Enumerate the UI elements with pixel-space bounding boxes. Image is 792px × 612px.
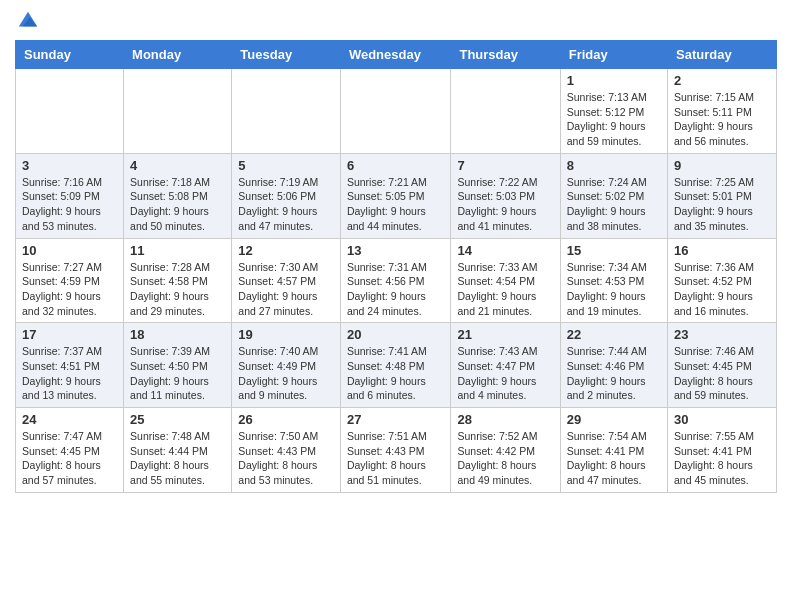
day-info: Sunrise: 7:55 AM Sunset: 4:41 PM Dayligh… (674, 429, 770, 488)
day-cell: 13Sunrise: 7:31 AM Sunset: 4:56 PM Dayli… (340, 238, 451, 323)
day-cell: 18Sunrise: 7:39 AM Sunset: 4:50 PM Dayli… (124, 323, 232, 408)
day-cell: 4Sunrise: 7:18 AM Sunset: 5:08 PM Daylig… (124, 153, 232, 238)
day-cell: 7Sunrise: 7:22 AM Sunset: 5:03 PM Daylig… (451, 153, 560, 238)
day-number: 12 (238, 243, 334, 258)
day-cell: 12Sunrise: 7:30 AM Sunset: 4:57 PM Dayli… (232, 238, 341, 323)
day-number: 11 (130, 243, 225, 258)
day-cell (232, 69, 341, 154)
day-info: Sunrise: 7:15 AM Sunset: 5:11 PM Dayligh… (674, 90, 770, 149)
day-number: 21 (457, 327, 553, 342)
calendar: Sunday Monday Tuesday Wednesday Thursday… (15, 40, 777, 493)
day-cell: 8Sunrise: 7:24 AM Sunset: 5:02 PM Daylig… (560, 153, 667, 238)
day-info: Sunrise: 7:16 AM Sunset: 5:09 PM Dayligh… (22, 175, 117, 234)
day-number: 22 (567, 327, 661, 342)
day-cell: 11Sunrise: 7:28 AM Sunset: 4:58 PM Dayli… (124, 238, 232, 323)
calendar-body: 1Sunrise: 7:13 AM Sunset: 5:12 PM Daylig… (16, 69, 777, 493)
day-cell: 21Sunrise: 7:43 AM Sunset: 4:47 PM Dayli… (451, 323, 560, 408)
day-cell: 27Sunrise: 7:51 AM Sunset: 4:43 PM Dayli… (340, 408, 451, 493)
week-row-3: 10Sunrise: 7:27 AM Sunset: 4:59 PM Dayli… (16, 238, 777, 323)
day-cell: 6Sunrise: 7:21 AM Sunset: 5:05 PM Daylig… (340, 153, 451, 238)
day-cell: 24Sunrise: 7:47 AM Sunset: 4:45 PM Dayli… (16, 408, 124, 493)
day-number: 6 (347, 158, 445, 173)
col-wednesday: Wednesday (340, 41, 451, 69)
day-cell: 26Sunrise: 7:50 AM Sunset: 4:43 PM Dayli… (232, 408, 341, 493)
day-cell: 22Sunrise: 7:44 AM Sunset: 4:46 PM Dayli… (560, 323, 667, 408)
day-cell: 2Sunrise: 7:15 AM Sunset: 5:11 PM Daylig… (668, 69, 777, 154)
day-number: 3 (22, 158, 117, 173)
day-info: Sunrise: 7:54 AM Sunset: 4:41 PM Dayligh… (567, 429, 661, 488)
day-number: 7 (457, 158, 553, 173)
day-number: 28 (457, 412, 553, 427)
day-info: Sunrise: 7:37 AM Sunset: 4:51 PM Dayligh… (22, 344, 117, 403)
day-cell: 1Sunrise: 7:13 AM Sunset: 5:12 PM Daylig… (560, 69, 667, 154)
day-number: 26 (238, 412, 334, 427)
day-info: Sunrise: 7:19 AM Sunset: 5:06 PM Dayligh… (238, 175, 334, 234)
day-number: 10 (22, 243, 117, 258)
day-number: 1 (567, 73, 661, 88)
day-info: Sunrise: 7:22 AM Sunset: 5:03 PM Dayligh… (457, 175, 553, 234)
day-cell: 29Sunrise: 7:54 AM Sunset: 4:41 PM Dayli… (560, 408, 667, 493)
day-info: Sunrise: 7:33 AM Sunset: 4:54 PM Dayligh… (457, 260, 553, 319)
day-info: Sunrise: 7:51 AM Sunset: 4:43 PM Dayligh… (347, 429, 445, 488)
day-number: 2 (674, 73, 770, 88)
day-info: Sunrise: 7:50 AM Sunset: 4:43 PM Dayligh… (238, 429, 334, 488)
day-cell: 5Sunrise: 7:19 AM Sunset: 5:06 PM Daylig… (232, 153, 341, 238)
col-saturday: Saturday (668, 41, 777, 69)
day-number: 30 (674, 412, 770, 427)
day-info: Sunrise: 7:48 AM Sunset: 4:44 PM Dayligh… (130, 429, 225, 488)
day-number: 14 (457, 243, 553, 258)
day-info: Sunrise: 7:41 AM Sunset: 4:48 PM Dayligh… (347, 344, 445, 403)
day-cell: 25Sunrise: 7:48 AM Sunset: 4:44 PM Dayli… (124, 408, 232, 493)
day-info: Sunrise: 7:21 AM Sunset: 5:05 PM Dayligh… (347, 175, 445, 234)
day-info: Sunrise: 7:25 AM Sunset: 5:01 PM Dayligh… (674, 175, 770, 234)
day-info: Sunrise: 7:43 AM Sunset: 4:47 PM Dayligh… (457, 344, 553, 403)
day-cell: 16Sunrise: 7:36 AM Sunset: 4:52 PM Dayli… (668, 238, 777, 323)
day-number: 25 (130, 412, 225, 427)
day-number: 9 (674, 158, 770, 173)
week-row-5: 24Sunrise: 7:47 AM Sunset: 4:45 PM Dayli… (16, 408, 777, 493)
week-row-1: 1Sunrise: 7:13 AM Sunset: 5:12 PM Daylig… (16, 69, 777, 154)
day-number: 29 (567, 412, 661, 427)
day-info: Sunrise: 7:13 AM Sunset: 5:12 PM Dayligh… (567, 90, 661, 149)
col-friday: Friday (560, 41, 667, 69)
day-cell (340, 69, 451, 154)
day-cell (451, 69, 560, 154)
day-cell: 19Sunrise: 7:40 AM Sunset: 4:49 PM Dayli… (232, 323, 341, 408)
day-info: Sunrise: 7:24 AM Sunset: 5:02 PM Dayligh… (567, 175, 661, 234)
day-cell: 15Sunrise: 7:34 AM Sunset: 4:53 PM Dayli… (560, 238, 667, 323)
day-number: 15 (567, 243, 661, 258)
day-info: Sunrise: 7:31 AM Sunset: 4:56 PM Dayligh… (347, 260, 445, 319)
day-number: 8 (567, 158, 661, 173)
day-info: Sunrise: 7:40 AM Sunset: 4:49 PM Dayligh… (238, 344, 334, 403)
day-number: 17 (22, 327, 117, 342)
day-number: 18 (130, 327, 225, 342)
day-cell: 23Sunrise: 7:46 AM Sunset: 4:45 PM Dayli… (668, 323, 777, 408)
day-cell: 30Sunrise: 7:55 AM Sunset: 4:41 PM Dayli… (668, 408, 777, 493)
week-row-4: 17Sunrise: 7:37 AM Sunset: 4:51 PM Dayli… (16, 323, 777, 408)
day-cell: 14Sunrise: 7:33 AM Sunset: 4:54 PM Dayli… (451, 238, 560, 323)
day-number: 4 (130, 158, 225, 173)
col-tuesday: Tuesday (232, 41, 341, 69)
day-info: Sunrise: 7:52 AM Sunset: 4:42 PM Dayligh… (457, 429, 553, 488)
day-number: 19 (238, 327, 334, 342)
weekday-row: Sunday Monday Tuesday Wednesday Thursday… (16, 41, 777, 69)
day-info: Sunrise: 7:47 AM Sunset: 4:45 PM Dayligh… (22, 429, 117, 488)
day-number: 27 (347, 412, 445, 427)
day-info: Sunrise: 7:28 AM Sunset: 4:58 PM Dayligh… (130, 260, 225, 319)
day-number: 5 (238, 158, 334, 173)
calendar-header: Sunday Monday Tuesday Wednesday Thursday… (16, 41, 777, 69)
day-cell: 10Sunrise: 7:27 AM Sunset: 4:59 PM Dayli… (16, 238, 124, 323)
day-info: Sunrise: 7:27 AM Sunset: 4:59 PM Dayligh… (22, 260, 117, 319)
day-number: 16 (674, 243, 770, 258)
day-number: 13 (347, 243, 445, 258)
col-sunday: Sunday (16, 41, 124, 69)
day-info: Sunrise: 7:46 AM Sunset: 4:45 PM Dayligh… (674, 344, 770, 403)
day-info: Sunrise: 7:34 AM Sunset: 4:53 PM Dayligh… (567, 260, 661, 319)
col-monday: Monday (124, 41, 232, 69)
header (15, 10, 777, 32)
day-cell (16, 69, 124, 154)
day-number: 23 (674, 327, 770, 342)
day-cell: 28Sunrise: 7:52 AM Sunset: 4:42 PM Dayli… (451, 408, 560, 493)
day-cell: 17Sunrise: 7:37 AM Sunset: 4:51 PM Dayli… (16, 323, 124, 408)
day-cell: 9Sunrise: 7:25 AM Sunset: 5:01 PM Daylig… (668, 153, 777, 238)
